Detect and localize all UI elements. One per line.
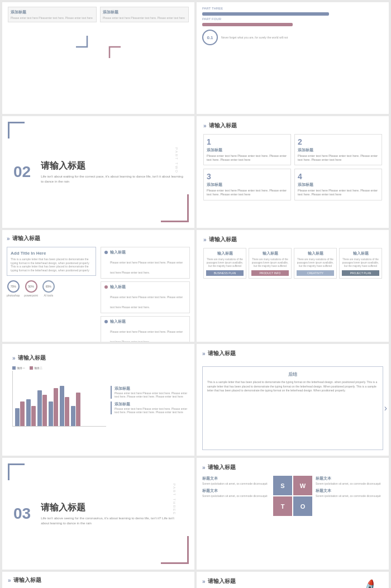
swot-rt-2: 标题文本 — [316, 488, 383, 494]
badge-01: 0.1 — [202, 30, 218, 45]
item-num-3: 3 — [207, 172, 288, 181]
chart-legend: 项目一 项目二 — [12, 366, 106, 370]
swot-rt-1: 标题文本 — [316, 476, 383, 481]
slide-letter: » 请输入标题 后结 This is a sample letter that … — [197, 344, 389, 456]
slide3-header: » 请输入标题 — [203, 122, 382, 130]
side-text: PART TWO — [175, 147, 179, 174]
slide4-right: 输入标题 Please enter text here Please enter… — [101, 247, 190, 342]
slide7-header: » 请输入标题 — [202, 350, 383, 357]
bar-group — [49, 388, 58, 426]
mini-title-1: 添加标题 — [11, 9, 94, 15]
item-num-4: 4 — [298, 172, 379, 181]
ci-text-2: Please enter text here Please enter text… — [115, 407, 189, 414]
bar-group — [15, 401, 25, 426]
slide4-title: 请输入标题 — [12, 235, 40, 242]
swot-ltext-2: Sorem ipsloitation sit amet, ox commode … — [202, 494, 270, 498]
section-subtitle: Life isn't about waiting for the correct… — [41, 174, 183, 184]
ir-title-3: 输入标题 — [110, 319, 186, 324]
section-number: 02 — [13, 163, 31, 181]
bar-row: 0.1 Never forget what you are, for surel… — [202, 30, 383, 45]
section03-number: 03 — [13, 505, 31, 523]
corner-tl-03 — [8, 463, 25, 480]
slide11-title: 请输入标题 — [208, 577, 236, 585]
col-tag-4: PROJECT PLAN — [342, 270, 379, 276]
bar-blue — [60, 386, 64, 426]
swot-w: W — [293, 476, 312, 495]
bar-group — [60, 386, 69, 426]
section03-content: 03 请输入标题 Life isn't above seeing for the… — [13, 502, 183, 525]
input-item-3: 输入标题 Please enter text here Please enter… — [101, 316, 190, 342]
chevron-right-icon: › — [384, 403, 387, 413]
part-four-label: PART FOUR — [202, 17, 383, 21]
swot-s: S — [273, 476, 292, 495]
ir-content-3: 输入标题 Please enter text here Please enter… — [110, 319, 186, 342]
chevrons-icon: » — [203, 123, 207, 129]
item-text-1: Please enter text here Please enter text… — [207, 154, 288, 162]
slide10-title: 请输入标题 — [13, 576, 41, 584]
slide5-chevrons: » — [203, 237, 207, 243]
circles-row: 75% photoshop 50% powerpoint 65% AI tool… — [7, 280, 96, 297]
slide3-title: 请输入标题 — [209, 122, 237, 130]
input-item-1: 输入标题 Please enter text here Please enter… — [101, 247, 190, 279]
slide5-title: 请输入标题 — [209, 236, 237, 243]
bar-pink — [20, 401, 25, 426]
slide-four-cols: » 请输入标题 输入标题 There are many variations o… — [197, 230, 389, 342]
bar-pink — [31, 406, 36, 426]
ci-title-2: 添加标题 — [115, 401, 189, 407]
box-text: This is a sample letter that has been pl… — [11, 257, 92, 272]
circle-ppt: 50% — [25, 280, 37, 293]
swot-left-2: 标题文本 Sorem ipsloitation sit amet, ox com… — [202, 488, 270, 498]
corner-top-left — [8, 122, 25, 138]
slide-section-03: 03 请输入标题 Life isn't above seeing for the… — [2, 458, 194, 570]
ir-content-1: 输入标题 Please enter text here Please enter… — [110, 250, 186, 276]
circle-ppt-label: powerpoint — [24, 294, 37, 297]
swot-right-2: 标题文本 Sorem ipsloitation sit amet, ox com… — [316, 488, 383, 498]
mini-text-1: Please enter text here Pleasenter text h… — [11, 16, 94, 20]
slides-grid: 添加标题 Please enter text here Pleasenter t… — [0, 0, 391, 588]
item-num-2: 2 — [298, 137, 379, 146]
circle-1: 75% photoshop — [7, 280, 20, 297]
slide10-header: » 请输入标题 — [8, 576, 189, 584]
col-text-2: There are many variations of the passage… — [251, 258, 289, 268]
slide7-title: 请输入标题 — [208, 350, 236, 357]
slide10-chevrons: » — [8, 577, 11, 584]
part-three-label: PART THREE — [202, 7, 383, 10]
bar-pink — [76, 393, 80, 426]
numbered-item-4: 4 添加标题 Please enter text here Please ent… — [294, 169, 382, 200]
ir-text-3: Please enter text here Please enter text… — [110, 330, 183, 342]
swot-left-panel: 标题文本 Sorem ipsloitation sit amet, ox com… — [202, 476, 270, 516]
circle-ps-label: photoshop — [7, 294, 20, 297]
slide-add-title: » 请输入标题 Add Title In Here This is a samp… — [2, 230, 194, 342]
bar-group — [71, 393, 80, 426]
section03-subtitle: Life isn't above seeing for the coronavi… — [41, 516, 183, 525]
slide-partial-right: PART THREE PART FOUR 0.1 Never forget wh… — [197, 2, 389, 114]
bar-pink — [65, 397, 69, 426]
swot-lt-2: 标题文本 — [202, 488, 270, 494]
slide-swot: » 请输入标题 标题文本 Sorem ipsloitation sit amet… — [197, 458, 389, 570]
mini-text-2: Please enter text here Pleasenter text h… — [103, 16, 186, 20]
bar-chart — [12, 371, 106, 427]
ir-title-2: 输入标题 — [110, 284, 186, 290]
right-text: Never forget what you are, for surely th… — [221, 36, 383, 40]
section-text: 请输入标题 Life isn't about waiting for the c… — [41, 160, 183, 184]
item-title-3: 添加标题 — [207, 182, 288, 188]
slide9-header: » 请输入标题 — [202, 463, 383, 471]
swot-t: T — [273, 496, 292, 516]
bar-blue — [26, 399, 31, 426]
mini-title-2: 添加标题 — [103, 9, 186, 15]
chart-right-panel: 添加标题 Please enter text here Please enter… — [111, 350, 189, 450]
col-card-3: 输入标题 There are many variations of the pa… — [294, 248, 337, 279]
swot-layout: 标题文本 Sorem ipsloitation sit amet, ox com… — [202, 476, 383, 516]
swot-center-grid: S W T O — [273, 476, 312, 516]
slide4-chevrons: » — [7, 236, 10, 242]
input-item-2: 输入标题 Please enter text here Please enter… — [101, 281, 190, 313]
legend-dot-2 — [30, 366, 33, 370]
ci-text-1: Please enter text here Please enter text… — [115, 391, 189, 399]
chart-wrapper: » 请输入标题 项目一 项目二 — [8, 350, 106, 450]
section03-text: 请输入标题 Life isn't above seeing for the co… — [41, 502, 183, 525]
ir-text-2: Please enter text here Please enter text… — [110, 295, 183, 309]
slide-chart: » 请输入标题 项目一 项目二 添加标题 Please enter tex — [2, 344, 194, 456]
slide4-content: Add Title In Here This is a sample lette… — [7, 247, 190, 342]
chart-item-1: 添加标题 Please enter text here Please enter… — [111, 386, 189, 399]
bar-three — [202, 12, 329, 16]
